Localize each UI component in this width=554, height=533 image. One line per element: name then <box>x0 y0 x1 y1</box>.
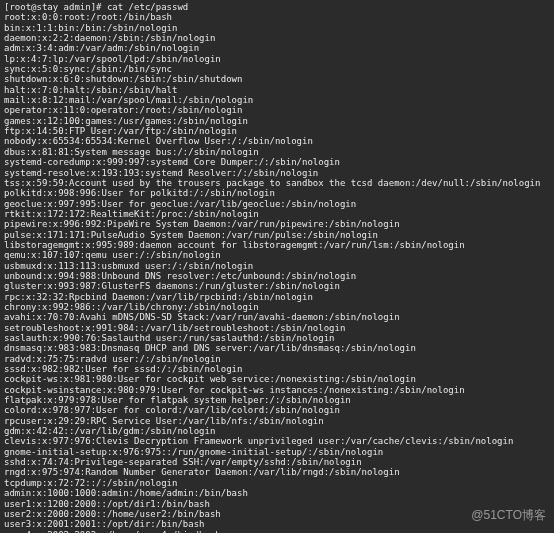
passwd-entry: halt:x:7:0:halt:/sbin:/sbin/halt <box>4 85 550 95</box>
passwd-entry: sshd:x:74:74:Privilege-separated SSH:/va… <box>4 457 550 467</box>
passwd-entry: admin:x:1000:1000:admin:/home/admin:/bin… <box>4 488 550 498</box>
passwd-entry: pipewire:x:996:992:PipeWire System Daemo… <box>4 219 550 229</box>
passwd-entry: systemd-coredump:x:999:997:systemd Core … <box>4 157 550 167</box>
passwd-entry: root:x:0:0:root:/root:/bin/bash <box>4 12 550 22</box>
passwd-entry: rtkit:x:172:172:RealtimeKit:/proc:/sbin/… <box>4 209 550 219</box>
passwd-entry: systemd-resolve:x:193:193:systemd Resolv… <box>4 168 550 178</box>
passwd-entry: tcpdump:x:72:72::/:/sbin/nologin <box>4 478 550 488</box>
passwd-entry: user3:x:2001:2001::/opt/dir:/bin/bash <box>4 519 550 529</box>
passwd-entry: colord:x:978:977:User for colord:/var/li… <box>4 405 550 415</box>
passwd-entry: cockpit-ws:x:981:980:User for cockpit we… <box>4 374 550 384</box>
passwd-entry: shutdown:x:6:0:shutdown:/sbin:/sbin/shut… <box>4 74 550 84</box>
passwd-entry: qemu:x:107:107:qemu user:/:/sbin/nologin <box>4 250 550 260</box>
passwd-entry: chrony:x:992:986::/var/lib/chrony:/sbin/… <box>4 302 550 312</box>
prompt-line: [root@stay admin]# cat /etc/passwd <box>4 2 550 12</box>
passwd-entry: user2:x:2000:2000::/home/user2:/bin/bash <box>4 509 550 519</box>
passwd-entry: mail:x:8:12:mail:/var/spool/mail:/sbin/n… <box>4 95 550 105</box>
passwd-entry: gluster:x:993:987:GlusterFS daemons:/run… <box>4 281 550 291</box>
terminal-output[interactable]: [root@stay admin]# cat /etc/passwd root:… <box>4 2 550 533</box>
watermark-text: @51CTO博客 <box>471 509 546 523</box>
passwd-entry: lp:x:4:7:lp:/var/spool/lpd:/sbin/nologin <box>4 54 550 64</box>
passwd-entry: flatpak:x:979:978:User for flatpak syste… <box>4 395 550 405</box>
passwd-entry: cockpit-wsinstance:x:980:979:User for co… <box>4 385 550 395</box>
passwd-entry: polkitd:x:998:996:User for polkitd:/:/sb… <box>4 188 550 198</box>
passwd-entry: dbus:x:81:81:System message bus:/:/sbin/… <box>4 147 550 157</box>
passwd-entry: unbound:x:994:988:Unbound DNS resolver:/… <box>4 271 550 281</box>
passwd-entry: daemon:x:2:2:daemon:/sbin:/sbin/nologin <box>4 33 550 43</box>
passwd-entry: avahi:x:70:70:Avahi mDNS/DNS-SD Stack:/v… <box>4 312 550 322</box>
passwd-entry: adm:x:3:4:adm:/var/adm:/sbin/nologin <box>4 43 550 53</box>
passwd-entry: games:x:12:100:games:/usr/games:/sbin/no… <box>4 116 550 126</box>
passwd-entry: gdm:x:42:42::/var/lib/gdm:/sbin/nologin <box>4 426 550 436</box>
passwd-entry: sssd:x:982:982:User for sssd:/:/sbin/nol… <box>4 364 550 374</box>
passwd-entry: tss:x:59:59:Account used by the trousers… <box>4 178 550 188</box>
passwd-entry: clevis:x:977:976:Clevis Decryption Frame… <box>4 436 550 446</box>
passwd-entry: dnsmasq:x:983:983:Dnsmasq DHCP and DNS s… <box>4 343 550 353</box>
passwd-output: root:x:0:0:root:/root:/bin/bashbin:x:1:1… <box>4 12 550 533</box>
passwd-entry: rpc:x:32:32:Rpcbind Daemon:/var/lib/rpcb… <box>4 292 550 302</box>
passwd-entry: pulse:x:171:171:PulseAudio System Daemon… <box>4 230 550 240</box>
passwd-entry: radvd:x:75:75:radvd user:/:/sbin/nologin <box>4 354 550 364</box>
passwd-entry: user1:x:1200:2000::/opt/dir1:/bin/bash <box>4 499 550 509</box>
passwd-entry: sync:x:5:0:sync:/sbin:/bin/sync <box>4 64 550 74</box>
passwd-entry: gnome-initial-setup:x:976:975::/run/gnom… <box>4 447 550 457</box>
passwd-entry: usbmuxd:x:113:113:usbmuxd user:/:/sbin/n… <box>4 261 550 271</box>
passwd-entry: libstoragemgmt:x:995:989:daemon account … <box>4 240 550 250</box>
passwd-entry: geoclue:x:997:995:User for geoclue:/var/… <box>4 199 550 209</box>
passwd-entry: rpcuser:x:29:29:RPC Service User:/var/li… <box>4 416 550 426</box>
passwd-entry: rngd:x:975:974:Random Number Generator D… <box>4 467 550 477</box>
passwd-entry: nobody:x:65534:65534:Kernel Overflow Use… <box>4 136 550 146</box>
passwd-entry: saslauth:x:990:76:Saslauthd user:/run/sa… <box>4 333 550 343</box>
passwd-entry: ftp:x:14:50:FTP User:/var/ftp:/sbin/nolo… <box>4 126 550 136</box>
passwd-entry: user4:x:2002:2002::/home/user4:/bin/bash <box>4 530 550 533</box>
passwd-entry: setroubleshoot:x:991:984::/var/lib/setro… <box>4 323 550 333</box>
passwd-entry: bin:x:1:1:bin:/bin:/sbin/nologin <box>4 23 550 33</box>
passwd-entry: operator:x:11:0:operator:/root:/sbin/nol… <box>4 105 550 115</box>
